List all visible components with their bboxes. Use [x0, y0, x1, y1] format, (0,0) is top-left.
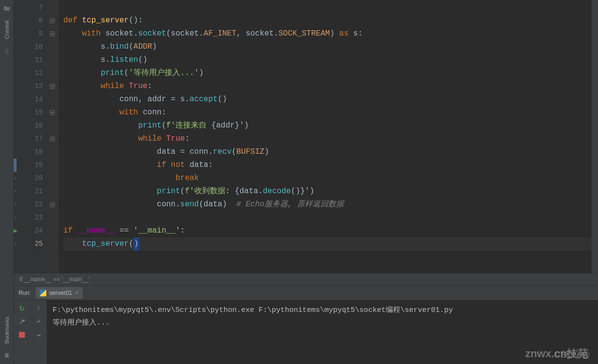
code-line[interactable]: while True: — [63, 80, 591, 93]
fold-gutter[interactable] — [47, 0, 58, 273]
line-number[interactable]: 7 — [32, 1, 43, 14]
chevron-icon[interactable]: › — [14, 175, 19, 181]
code-line[interactable]: if __name__ == '__main__': — [63, 224, 591, 237]
gutter-markers: ››››▶› — [14, 0, 32, 273]
line-number[interactable]: 8 — [32, 14, 43, 27]
code-line[interactable]: print(f'收到数据: {data.decode()}') — [63, 185, 591, 198]
line-number[interactable]: 23 — [32, 211, 43, 224]
run-toolbar: ↻ ↓ ⤶ ⇥ — [14, 300, 47, 364]
breadcrumb[interactable]: if __name__ == '__main__' — [14, 273, 598, 285]
svg-point-0 — [5, 50, 8, 52]
line-number[interactable]: 14 — [32, 93, 43, 106]
commit-tool[interactable]: Commit — [4, 20, 10, 39]
run-panel: Run: server01 × ↻ — [14, 285, 598, 364]
left-tool-rail: Commit Bookmarks — [0, 0, 14, 364]
fold-toggle-icon[interactable] — [50, 202, 55, 207]
code-line[interactable]: tcp_server() — [63, 237, 591, 251]
code-line[interactable]: conn.send(data) # Echo服务器, 原样返回数据 — [63, 198, 591, 211]
fold-toggle-icon[interactable] — [50, 31, 55, 36]
console-output[interactable]: F:\pythonitems\mypyqt5\.env\Scripts\pyth… — [47, 300, 598, 364]
python-icon — [39, 290, 46, 296]
code-line[interactable]: if not data: — [63, 159, 591, 172]
chevron-icon[interactable]: › — [14, 241, 19, 247]
chevron-icon[interactable]: › — [14, 188, 19, 194]
code-line[interactable]: with socket.socket(socket.AF_INET, socke… — [63, 27, 591, 40]
line-number[interactable]: 12 — [32, 67, 43, 80]
scroll-down-icon[interactable]: ↓ — [34, 303, 43, 312]
close-icon[interactable]: × — [75, 289, 79, 296]
line-number[interactable]: 9 — [32, 27, 43, 40]
folder-icon[interactable] — [3, 5, 10, 12]
code-line[interactable]: conn, addr = s.accept() — [63, 93, 591, 106]
line-number[interactable]: 24 — [32, 224, 43, 237]
chevron-icon[interactable]: › — [14, 215, 19, 220]
bookmark-icon[interactable] — [3, 352, 10, 359]
code-line[interactable]: def tcp_server(): — [63, 14, 591, 27]
line-number[interactable]: 22 — [32, 198, 43, 211]
line-number[interactable]: 10 — [32, 40, 43, 54]
export-icon[interactable]: ⇥ — [34, 330, 43, 339]
code-line[interactable]: print('等待用户接入...') — [63, 67, 591, 80]
code-line[interactable] — [63, 1, 591, 14]
editor-scrollbar[interactable] — [591, 0, 598, 273]
run-tab-active[interactable]: server01 × — [36, 287, 82, 299]
code-line[interactable]: data = conn.recv(BUFSIZ) — [63, 146, 591, 159]
commit-icon[interactable] — [3, 48, 10, 55]
chevron-icon[interactable]: › — [14, 201, 19, 207]
fold-toggle-icon[interactable] — [50, 18, 55, 23]
rerun-icon[interactable]: ↻ — [18, 303, 26, 312]
run-label: Run: — [14, 290, 36, 296]
code-line[interactable] — [63, 211, 591, 224]
code-line[interactable]: print(f'连接来自 {addr}') — [63, 119, 591, 132]
run-tab-title: server01 — [49, 290, 72, 296]
line-number[interactable]: 15 — [32, 106, 43, 119]
fold-toggle-icon[interactable] — [50, 110, 55, 115]
breadcrumb-text: if __name__ == '__main__' — [19, 276, 90, 283]
line-number-gutter[interactable]: 78910111213141516171819202122232425 — [32, 0, 47, 273]
app-root: Commit Bookmarks ››››▶› 7891011121314151… — [0, 0, 598, 364]
code-editor[interactable]: ››››▶› 789101112131415161718192021222324… — [14, 0, 598, 273]
fold-toggle-icon[interactable] — [50, 136, 55, 142]
line-number[interactable]: 20 — [32, 172, 43, 185]
code-area[interactable]: def tcp_server(): with socket.socket(soc… — [58, 0, 591, 273]
line-number[interactable]: 17 — [32, 132, 43, 146]
line-number[interactable]: 25 — [32, 237, 43, 251]
line-number[interactable]: 21 — [32, 185, 43, 198]
line-number[interactable]: 16 — [32, 119, 43, 132]
code-line[interactable]: s.bind(ADDR) — [63, 40, 591, 54]
run-tabs: Run: server01 × — [14, 286, 598, 300]
code-line[interactable]: break — [63, 172, 591, 185]
code-line[interactable]: s.listen() — [63, 54, 591, 67]
run-gutter-icon[interactable]: ▶ — [14, 227, 19, 235]
line-number[interactable]: 19 — [32, 159, 43, 172]
fold-toggle-icon[interactable] — [50, 84, 55, 89]
main-column: ››››▶› 789101112131415161718192021222324… — [14, 0, 598, 364]
wrench-icon[interactable] — [18, 317, 26, 326]
line-number[interactable]: 13 — [32, 80, 43, 93]
code-line[interactable]: while True: — [63, 132, 591, 146]
bookmarks-tool[interactable]: Bookmarks — [4, 317, 10, 344]
soft-wrap-icon[interactable]: ⤶ — [34, 317, 43, 326]
code-line[interactable]: with conn: — [63, 106, 591, 119]
stop-icon[interactable] — [18, 330, 26, 339]
line-number[interactable]: 18 — [32, 146, 43, 159]
line-number[interactable]: 11 — [32, 54, 43, 67]
